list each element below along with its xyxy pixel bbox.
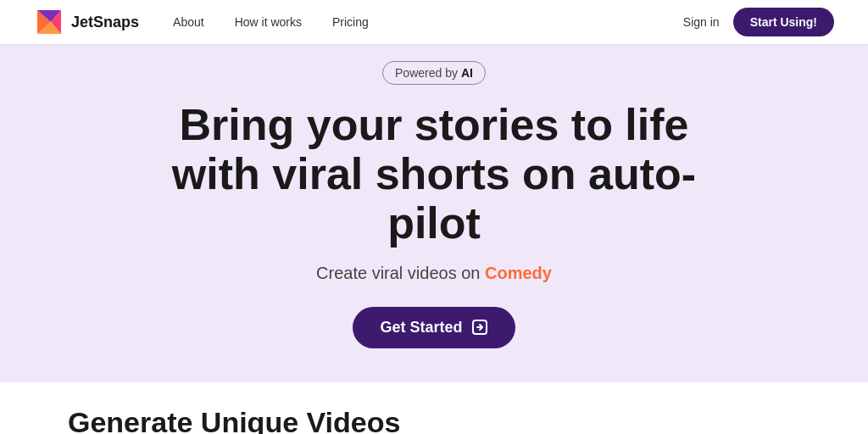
nav-how-it-works[interactable]: How it works xyxy=(235,15,302,29)
logo-icon xyxy=(34,7,64,37)
get-started-icon xyxy=(471,319,488,336)
hero-headline: Bring your stories to life with viral sh… xyxy=(146,100,722,248)
headline-line2: with viral shorts on auto-pilot xyxy=(172,149,696,248)
get-started-label: Get Started xyxy=(380,319,462,337)
nav-about[interactable]: About xyxy=(173,15,204,29)
hero-subtext: Create viral videos on Comedy xyxy=(316,264,552,283)
section-title-line1: Generate Unique Videos xyxy=(68,406,400,434)
nav-actions: Sign in Start Using! xyxy=(683,8,834,36)
logo-text: JetSnaps xyxy=(71,14,139,31)
logo[interactable]: JetSnaps xyxy=(34,7,139,37)
below-hero-section: Generate Unique Videos Every Time xyxy=(0,382,868,434)
powered-by-text: Powered by xyxy=(395,66,458,80)
powered-badge: Powered by AI xyxy=(382,61,486,85)
nav-pricing[interactable]: Pricing xyxy=(332,15,369,29)
subtext-highlight: Comedy xyxy=(485,264,552,282)
nav-links: About How it works Pricing xyxy=(173,15,683,29)
section-title: Generate Unique Videos Every Time xyxy=(68,406,800,434)
sign-in-button[interactable]: Sign in xyxy=(683,15,720,29)
hero-section: Powered by AI Bring your stories to life… xyxy=(0,44,868,382)
start-using-button[interactable]: Start Using! xyxy=(733,8,834,36)
subtext-prefix: Create viral videos on xyxy=(316,264,485,282)
get-started-button[interactable]: Get Started xyxy=(353,307,515,348)
headline-line1: Bring your stories to life xyxy=(180,100,689,149)
ai-label: AI xyxy=(461,66,473,80)
navbar: JetSnaps About How it works Pricing Sign… xyxy=(0,0,868,44)
